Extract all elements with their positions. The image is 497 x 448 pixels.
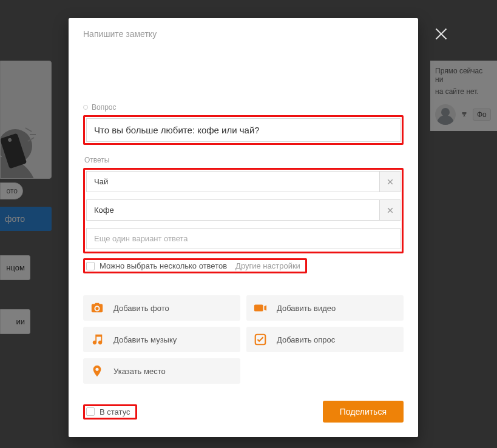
to-status-label: В статус bbox=[100, 407, 130, 416]
to-status-checkbox[interactable]: В статус bbox=[86, 407, 130, 416]
multi-select-label: Можно выбрать несколько ответов bbox=[100, 261, 227, 270]
add-place-label: Указать место bbox=[113, 367, 166, 376]
answer-input-2[interactable] bbox=[86, 199, 380, 221]
delete-answer-button[interactable] bbox=[380, 171, 401, 192]
answer-row bbox=[86, 171, 401, 192]
add-place-button[interactable]: Указать место bbox=[83, 358, 240, 384]
close-icon[interactable] bbox=[433, 25, 450, 42]
add-music-button[interactable]: Добавить музыку bbox=[83, 327, 240, 352]
question-label-text: Вопрос bbox=[92, 103, 117, 112]
answer-row bbox=[86, 199, 401, 221]
poll-icon bbox=[254, 333, 267, 346]
answers-highlight bbox=[83, 168, 404, 253]
camera-icon bbox=[90, 301, 104, 315]
add-video-label: Добавить видео bbox=[277, 304, 336, 313]
add-photo-label: Добавить фото bbox=[113, 304, 169, 313]
poll-question-input[interactable] bbox=[86, 118, 401, 142]
add-video-button[interactable]: Добавить видео bbox=[246, 295, 404, 321]
answer-row-new bbox=[86, 228, 401, 249]
add-poll-label: Добавить опрос bbox=[277, 335, 335, 344]
checkbox-icon bbox=[86, 407, 95, 416]
question-highlight bbox=[83, 115, 404, 145]
add-music-label: Добавить музыку bbox=[113, 335, 177, 344]
multi-select-checkbox[interactable]: Можно выбрать несколько ответов bbox=[86, 261, 227, 270]
poll-settings-highlight: Можно выбрать несколько ответов Другие н… bbox=[83, 258, 307, 273]
bullet-icon bbox=[83, 105, 88, 110]
location-icon bbox=[90, 364, 104, 378]
video-icon bbox=[254, 301, 267, 315]
other-settings-link[interactable]: Другие настройки bbox=[235, 261, 300, 270]
checkbox-icon bbox=[86, 262, 95, 270]
attachments-grid: Добавить фото Добавить видео Добавить му… bbox=[83, 295, 404, 384]
answer-input-new[interactable] bbox=[86, 228, 401, 249]
status-checkbox-highlight: В статус bbox=[83, 404, 137, 420]
close-icon bbox=[387, 207, 394, 214]
modal-title: Напишите заметку bbox=[83, 29, 404, 39]
add-photo-button[interactable]: Добавить фото bbox=[83, 295, 240, 321]
create-note-modal: Напишите заметку Вопрос Ответы bbox=[69, 18, 418, 437]
question-label: Вопрос bbox=[83, 103, 404, 112]
answers-label: Ответы bbox=[84, 156, 404, 164]
add-poll-button[interactable]: Добавить опрос bbox=[246, 327, 404, 352]
answer-input-1[interactable] bbox=[86, 171, 380, 192]
share-button[interactable]: Поделиться bbox=[323, 401, 404, 423]
music-icon bbox=[90, 333, 104, 346]
delete-answer-button[interactable] bbox=[380, 199, 401, 221]
close-icon bbox=[387, 178, 394, 186]
